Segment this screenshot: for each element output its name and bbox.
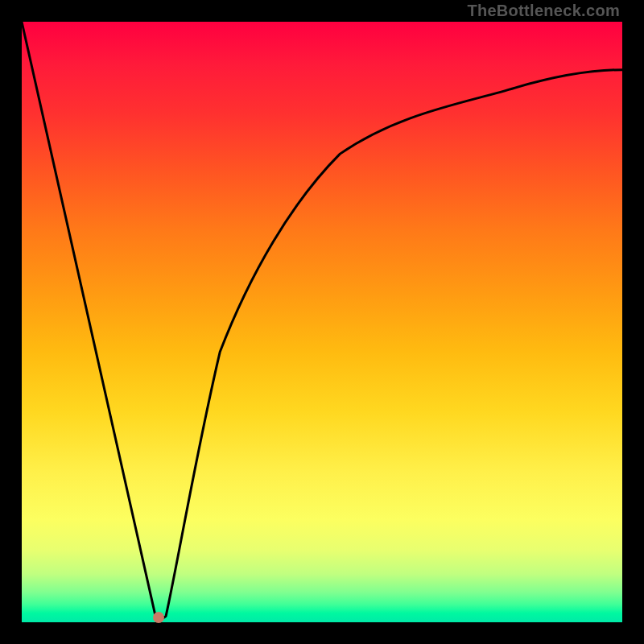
attribution-watermark: TheBottleneck.com [467,2,620,20]
chart-container: TheBottleneck.com [0,0,644,644]
plot-area [22,22,622,622]
curve-path [22,22,622,622]
vertex-marker [153,612,164,623]
bottleneck-curve [22,22,622,622]
